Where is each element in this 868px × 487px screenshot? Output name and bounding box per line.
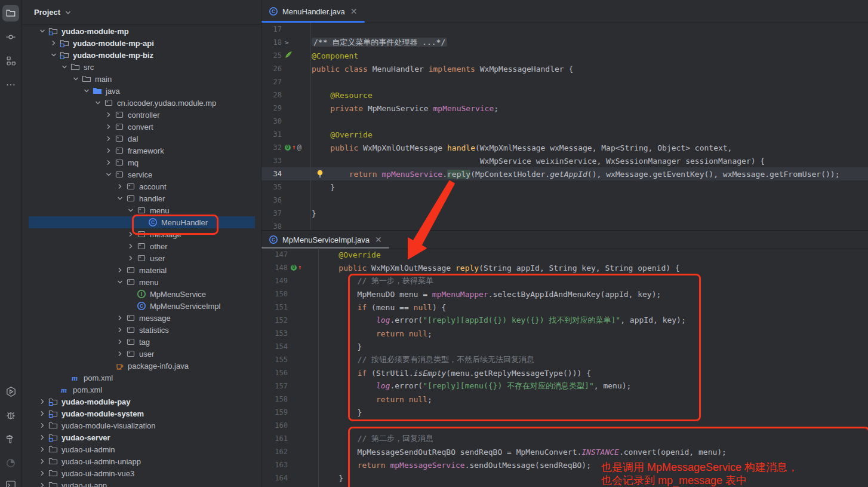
build-icon[interactable] <box>2 431 19 448</box>
tree-item-yudao-ui-app[interactable]: yudao-ui-app <box>22 479 261 487</box>
more-icon[interactable] <box>2 76 19 93</box>
navigate-up-icon[interactable]: ↑ <box>298 265 302 271</box>
code-line-33[interactable]: 33 WxMpService weixinService, WxSessionM… <box>261 154 868 167</box>
tree-item-tag[interactable]: tag <box>22 336 261 348</box>
chevron-collapsed-icon[interactable] <box>115 265 125 275</box>
code-line-31[interactable]: 31 @Override <box>261 128 868 141</box>
tree-item-yudao-module-pay[interactable]: yudao-module-pay <box>22 396 261 408</box>
tree-item-pom.xml[interactable]: mpom.xml <box>22 384 261 396</box>
terminal-icon[interactable] <box>2 477 19 487</box>
code-line-150[interactable]: 150 MpMenuDO menu = mpMenuMapper.selectB… <box>261 287 868 301</box>
tree-item-main[interactable]: main <box>22 73 261 85</box>
code-line-163[interactable]: 163 return mpMessageService.sendOutMessa… <box>261 458 868 471</box>
tree-item-material[interactable]: material <box>22 264 261 276</box>
tree-item-convert[interactable]: convert <box>22 121 261 133</box>
chevron-collapsed-icon[interactable] <box>126 229 136 239</box>
chevron-collapsed-icon[interactable] <box>104 134 113 143</box>
tree-item-yudao-module-mp[interactable]: yudao-module-mp <box>22 25 261 37</box>
code-line-154[interactable]: 154 } <box>261 340 868 353</box>
code-line-158[interactable]: 158 return null; <box>261 393 868 406</box>
tree-item-other[interactable]: other <box>22 240 261 252</box>
chevron-collapsed-icon[interactable] <box>38 409 47 418</box>
code-line-148[interactable]: 148O↑ public WxMpXmlOutMessage reply(Str… <box>261 261 868 274</box>
tree-item-mpmenuservice[interactable]: IMpMenuService <box>22 288 261 300</box>
tree-item-framework[interactable]: framework <box>22 145 261 157</box>
code-line-161[interactable]: 161 // 第二步，回复消息 <box>261 432 868 445</box>
chevron-collapsed-icon[interactable] <box>126 241 136 251</box>
code-line-29[interactable]: 29 private MpMenuService mpMenuService; <box>261 102 868 115</box>
chevron-collapsed-icon[interactable] <box>126 253 136 263</box>
chevron-collapsed-icon[interactable] <box>115 182 125 191</box>
tree-item-src[interactable]: src <box>22 61 261 73</box>
code-line-27[interactable]: 27 <box>261 75 868 88</box>
tree-item-menu[interactable]: menu <box>22 204 261 216</box>
project-panel-header[interactable]: Project <box>22 0 261 25</box>
tree-item-service[interactable]: service <box>22 169 261 180</box>
tree-item-controller[interactable]: controller <box>22 109 261 121</box>
code-line-36[interactable]: 36 <box>261 194 868 207</box>
tree-item-cn.iocoder.yudao.module.mp[interactable]: cn.iocoder.yudao.module.mp <box>22 97 261 109</box>
chevron-collapsed-icon[interactable] <box>38 468 47 478</box>
code-line-149[interactable]: 149 // 第一步，获得菜单 <box>261 274 868 287</box>
chevron-expanded-icon[interactable] <box>126 206 136 215</box>
code-line-153[interactable]: 153 return null; <box>261 327 868 340</box>
code-line-25[interactable]: 25@Component <box>261 49 868 62</box>
chevron-collapsed-icon[interactable] <box>115 313 125 323</box>
code-line-162[interactable]: 162 MpMessageSendOutReqBO sendReqBO = Mp… <box>261 445 868 458</box>
chevron-collapsed-icon[interactable] <box>104 146 113 155</box>
chevron-collapsed-icon[interactable] <box>115 349 125 359</box>
run-icon[interactable] <box>2 383 19 400</box>
tree-item-mq[interactable]: mq <box>22 157 261 169</box>
code-line-38[interactable]: 38 <box>261 220 868 230</box>
tree-item-user[interactable]: user <box>22 252 261 264</box>
code-line-152[interactable]: 152 log.error("[reply][appId({}) key({})… <box>261 314 868 327</box>
commit-icon[interactable] <box>2 29 19 45</box>
tree-item-message[interactable]: message <box>22 312 261 324</box>
chevron-expanded-icon[interactable] <box>115 194 125 203</box>
tab-menuhandler[interactable]: C MenuHandler.java ✕ <box>261 0 365 23</box>
chevron-collapsed-icon[interactable] <box>104 122 113 131</box>
chevron-collapsed-icon[interactable] <box>38 445 47 454</box>
lightbulb-icon[interactable] <box>316 170 324 178</box>
structure-icon[interactable] <box>2 53 19 69</box>
code-line-30[interactable]: 30 <box>261 115 868 128</box>
tree-item-pom.xml[interactable]: mpom.xml <box>22 372 261 384</box>
chevron-expanded-icon[interactable] <box>82 86 91 96</box>
tree-item-menuhandler[interactable]: CMenuHandler <box>22 216 261 228</box>
tree-item-account[interactable]: account <box>22 180 261 192</box>
tree-item-message[interactable]: message <box>22 228 261 240</box>
chevron-expanded-icon[interactable] <box>38 26 47 36</box>
chevron-collapsed-icon[interactable] <box>115 325 125 335</box>
code-line-155[interactable]: 155 // 按钮必须要有消息类型，不然后续无法回复消息 <box>261 353 868 366</box>
chevron-collapsed-icon[interactable] <box>49 38 59 48</box>
fold-icon[interactable]: > <box>285 39 289 47</box>
override-gutter-icon[interactable]: O <box>291 265 297 271</box>
tree-item-yudao-module-visualization[interactable]: yudao-module-visualization <box>22 419 261 431</box>
code-line-26[interactable]: 26public class MenuHandler implements Wx… <box>261 62 868 75</box>
close-icon[interactable]: ✕ <box>375 235 382 244</box>
tree-item-yudao-module-mp-biz[interactable]: yudao-module-mp-biz <box>22 49 261 61</box>
debug-icon[interactable] <box>2 407 19 424</box>
chevron-collapsed-icon[interactable] <box>38 421 47 430</box>
tree-item-dal[interactable]: dal <box>22 133 261 145</box>
chevron-expanded-icon[interactable] <box>49 50 59 60</box>
chevron-expanded-icon[interactable] <box>104 170 113 179</box>
chevron-collapsed-icon[interactable] <box>115 337 125 347</box>
tree-item-java[interactable]: java <box>22 85 261 97</box>
code-line-37[interactable]: 37} <box>261 207 868 220</box>
override-gutter-icon[interactable]: O <box>285 145 291 151</box>
tree-item-yudao-module-mp-api[interactable]: yudao-module-mp-api <box>22 37 261 49</box>
code-line-156[interactable]: 156 if (StrUtil.isEmpty(menu.getReplyMes… <box>261 366 868 379</box>
code-line-18[interactable]: 18>/** 自定义菜单的事件处理器 ...*/ <box>261 36 868 49</box>
tree-item-handler[interactable]: handler <box>22 192 261 204</box>
chevron-collapsed-icon[interactable] <box>38 480 47 487</box>
close-icon[interactable]: ✕ <box>350 7 358 16</box>
code-line-35[interactable]: 35 } <box>261 180 868 194</box>
tree-item-yudao-ui-admin-uniapp[interactable]: yudao-ui-admin-uniapp <box>22 455 261 467</box>
chevron-expanded-icon[interactable] <box>115 277 125 287</box>
tree-item-user[interactable]: user <box>22 348 261 360</box>
tree-item-mpmenuserviceimpl[interactable]: CMpMenuServiceImpl <box>22 300 261 312</box>
code-line-28[interactable]: 28 @Resource <box>261 88 868 102</box>
tree-item-yudao-ui-admin-vue3[interactable]: yudao-ui-admin-vue3 <box>22 467 261 479</box>
spring-bean-icon[interactable] <box>285 51 293 60</box>
